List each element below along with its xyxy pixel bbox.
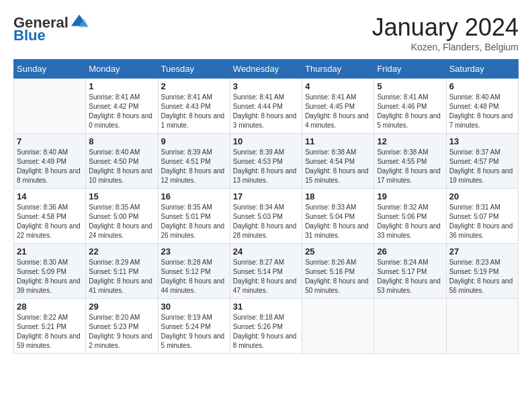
day-info: Sunrise: 8:39 AM Sunset: 4:51 PM Dayligh… bbox=[161, 148, 227, 185]
day-info: Sunrise: 8:27 AM Sunset: 5:14 PM Dayligh… bbox=[233, 258, 299, 295]
day-number: 29 bbox=[89, 302, 154, 312]
day-number: 25 bbox=[305, 246, 371, 257]
day-number: 16 bbox=[161, 191, 227, 201]
day-number: 26 bbox=[377, 246, 443, 257]
week-row-0: 1Sunrise: 8:41 AM Sunset: 4:42 PM Daylig… bbox=[14, 79, 519, 134]
header-thursday: Thursday bbox=[302, 60, 374, 79]
day-info: Sunrise: 8:41 AM Sunset: 4:43 PM Dayligh… bbox=[161, 93, 227, 130]
day-cell: 5Sunrise: 8:41 AM Sunset: 4:46 PM Daylig… bbox=[374, 79, 446, 134]
day-cell bbox=[14, 79, 86, 134]
week-row-3: 21Sunrise: 8:30 AM Sunset: 5:09 PM Dayli… bbox=[14, 244, 519, 299]
day-cell bbox=[374, 299, 446, 354]
day-cell: 30Sunrise: 8:19 AM Sunset: 5:24 PM Dayli… bbox=[158, 299, 230, 354]
day-info: Sunrise: 8:41 AM Sunset: 4:44 PM Dayligh… bbox=[233, 93, 299, 130]
week-row-2: 14Sunrise: 8:36 AM Sunset: 4:58 PM Dayli… bbox=[14, 189, 519, 244]
day-number: 22 bbox=[89, 246, 154, 257]
day-info: Sunrise: 8:40 AM Sunset: 4:48 PM Dayligh… bbox=[449, 93, 515, 130]
day-number: 4 bbox=[305, 81, 371, 91]
weekday-header-row: Sunday Monday Tuesday Wednesday Thursday… bbox=[14, 60, 519, 79]
day-info: Sunrise: 8:40 AM Sunset: 4:49 PM Dayligh… bbox=[17, 148, 83, 185]
day-info: Sunrise: 8:35 AM Sunset: 5:01 PM Dayligh… bbox=[161, 203, 227, 240]
day-info: Sunrise: 8:38 AM Sunset: 4:54 PM Dayligh… bbox=[305, 148, 371, 185]
page-header: General Blue January 2024 Kozen, Flander… bbox=[13, 13, 519, 52]
day-cell: 14Sunrise: 8:36 AM Sunset: 4:58 PM Dayli… bbox=[14, 189, 86, 244]
day-info: Sunrise: 8:36 AM Sunset: 4:58 PM Dayligh… bbox=[17, 203, 83, 240]
day-cell: 21Sunrise: 8:30 AM Sunset: 5:09 PM Dayli… bbox=[14, 244, 86, 299]
header-monday: Monday bbox=[86, 60, 158, 79]
day-cell: 25Sunrise: 8:26 AM Sunset: 5:16 PM Dayli… bbox=[302, 244, 374, 299]
day-info: Sunrise: 8:31 AM Sunset: 5:07 PM Dayligh… bbox=[449, 203, 515, 240]
day-cell: 10Sunrise: 8:39 AM Sunset: 4:53 PM Dayli… bbox=[230, 134, 302, 189]
day-info: Sunrise: 8:35 AM Sunset: 5:00 PM Dayligh… bbox=[89, 203, 154, 240]
day-cell: 15Sunrise: 8:35 AM Sunset: 5:00 PM Dayli… bbox=[86, 189, 158, 244]
day-cell: 26Sunrise: 8:24 AM Sunset: 5:17 PM Dayli… bbox=[374, 244, 446, 299]
header-friday: Friday bbox=[374, 60, 446, 79]
day-number: 11 bbox=[305, 136, 371, 146]
day-number: 8 bbox=[89, 136, 154, 146]
day-number: 23 bbox=[161, 246, 227, 257]
day-number: 27 bbox=[449, 246, 515, 257]
week-row-4: 28Sunrise: 8:22 AM Sunset: 5:21 PM Dayli… bbox=[14, 299, 519, 354]
day-cell: 29Sunrise: 8:20 AM Sunset: 5:23 PM Dayli… bbox=[86, 299, 158, 354]
day-cell: 8Sunrise: 8:40 AM Sunset: 4:50 PM Daylig… bbox=[86, 134, 158, 189]
day-cell: 7Sunrise: 8:40 AM Sunset: 4:49 PM Daylig… bbox=[14, 134, 86, 189]
month-title: January 2024 bbox=[372, 13, 519, 42]
day-info: Sunrise: 8:34 AM Sunset: 5:03 PM Dayligh… bbox=[233, 203, 299, 240]
day-number: 24 bbox=[233, 246, 299, 257]
header-saturday: Saturday bbox=[446, 60, 518, 79]
day-number: 17 bbox=[233, 191, 299, 201]
day-info: Sunrise: 8:18 AM Sunset: 5:26 PM Dayligh… bbox=[233, 313, 299, 351]
day-info: Sunrise: 8:37 AM Sunset: 4:57 PM Dayligh… bbox=[449, 148, 515, 185]
location: Kozen, Flanders, Belgium bbox=[372, 42, 519, 52]
header-wednesday: Wednesday bbox=[230, 60, 302, 79]
day-number: 5 bbox=[377, 81, 443, 91]
day-info: Sunrise: 8:23 AM Sunset: 5:19 PM Dayligh… bbox=[449, 258, 515, 295]
day-info: Sunrise: 8:30 AM Sunset: 5:09 PM Dayligh… bbox=[17, 258, 83, 295]
day-info: Sunrise: 8:22 AM Sunset: 5:21 PM Dayligh… bbox=[17, 313, 83, 351]
day-info: Sunrise: 8:19 AM Sunset: 5:24 PM Dayligh… bbox=[161, 313, 227, 351]
day-cell: 17Sunrise: 8:34 AM Sunset: 5:03 PM Dayli… bbox=[230, 189, 302, 244]
day-cell: 24Sunrise: 8:27 AM Sunset: 5:14 PM Dayli… bbox=[230, 244, 302, 299]
day-cell bbox=[446, 299, 518, 354]
day-number: 18 bbox=[305, 191, 371, 201]
day-info: Sunrise: 8:32 AM Sunset: 5:06 PM Dayligh… bbox=[377, 203, 443, 240]
day-number: 20 bbox=[449, 191, 515, 201]
day-cell: 16Sunrise: 8:35 AM Sunset: 5:01 PM Dayli… bbox=[158, 189, 230, 244]
day-number: 15 bbox=[89, 191, 154, 201]
header-tuesday: Tuesday bbox=[158, 60, 230, 79]
day-cell: 2Sunrise: 8:41 AM Sunset: 4:43 PM Daylig… bbox=[158, 79, 230, 134]
day-number: 7 bbox=[17, 136, 83, 146]
day-info: Sunrise: 8:29 AM Sunset: 5:11 PM Dayligh… bbox=[89, 258, 154, 295]
day-cell: 13Sunrise: 8:37 AM Sunset: 4:57 PM Dayli… bbox=[446, 134, 518, 189]
week-row-1: 7Sunrise: 8:40 AM Sunset: 4:49 PM Daylig… bbox=[14, 134, 519, 189]
day-number: 31 bbox=[233, 302, 299, 312]
day-cell: 12Sunrise: 8:38 AM Sunset: 4:55 PM Dayli… bbox=[374, 134, 446, 189]
logo: General Blue bbox=[13, 13, 89, 44]
logo-blue: Blue bbox=[13, 27, 46, 44]
day-number: 10 bbox=[233, 136, 299, 146]
day-cell: 3Sunrise: 8:41 AM Sunset: 4:44 PM Daylig… bbox=[230, 79, 302, 134]
day-info: Sunrise: 8:24 AM Sunset: 5:17 PM Dayligh… bbox=[377, 258, 443, 295]
day-info: Sunrise: 8:41 AM Sunset: 4:45 PM Dayligh… bbox=[305, 93, 371, 130]
day-cell: 9Sunrise: 8:39 AM Sunset: 4:51 PM Daylig… bbox=[158, 134, 230, 189]
day-number: 2 bbox=[161, 81, 227, 91]
day-info: Sunrise: 8:39 AM Sunset: 4:53 PM Dayligh… bbox=[233, 148, 299, 185]
day-number: 1 bbox=[89, 81, 154, 91]
day-info: Sunrise: 8:26 AM Sunset: 5:16 PM Dayligh… bbox=[305, 258, 371, 295]
day-cell: 6Sunrise: 8:40 AM Sunset: 4:48 PM Daylig… bbox=[446, 79, 518, 134]
day-cell: 28Sunrise: 8:22 AM Sunset: 5:21 PM Dayli… bbox=[14, 299, 86, 354]
day-number: 28 bbox=[17, 302, 83, 312]
day-number: 19 bbox=[377, 191, 443, 201]
day-cell: 11Sunrise: 8:38 AM Sunset: 4:54 PM Dayli… bbox=[302, 134, 374, 189]
day-cell: 22Sunrise: 8:29 AM Sunset: 5:11 PM Dayli… bbox=[86, 244, 158, 299]
day-info: Sunrise: 8:40 AM Sunset: 4:50 PM Dayligh… bbox=[89, 148, 154, 185]
day-number: 30 bbox=[161, 302, 227, 312]
day-number: 6 bbox=[449, 81, 515, 91]
day-number: 12 bbox=[377, 136, 443, 146]
day-info: Sunrise: 8:41 AM Sunset: 4:46 PM Dayligh… bbox=[377, 93, 443, 130]
calendar-table: Sunday Monday Tuesday Wednesday Thursday… bbox=[13, 59, 519, 354]
day-info: Sunrise: 8:33 AM Sunset: 5:04 PM Dayligh… bbox=[305, 203, 371, 240]
day-number: 14 bbox=[17, 191, 83, 201]
day-info: Sunrise: 8:28 AM Sunset: 5:12 PM Dayligh… bbox=[161, 258, 227, 295]
day-cell: 1Sunrise: 8:41 AM Sunset: 4:42 PM Daylig… bbox=[86, 79, 158, 134]
